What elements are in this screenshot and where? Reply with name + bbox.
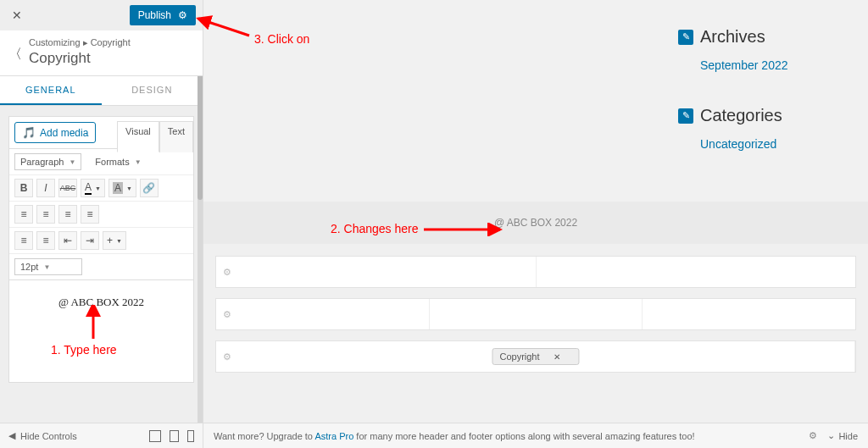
add-media-button[interactable]: 🎵 Add media <box>14 122 96 143</box>
wysiwyg-editor: 🎵 Add media Visual Text Paragraph▼ Forma… <box>8 116 194 383</box>
toolbar-row-3: ≡ ≡ ⇤ ⇥ +▼ <box>9 228 193 254</box>
align-right-button[interactable]: ≡ <box>58 205 77 224</box>
link-button[interactable]: 🔗 <box>140 179 159 197</box>
footer-copyright-preview: @ ABC BOX 2022 <box>203 202 868 244</box>
footer-row-middle[interactable]: ⚙ <box>215 298 856 330</box>
collapse-icon: ◀ <box>8 430 15 441</box>
align-justify-button[interactable]: ≡ <box>81 205 99 224</box>
indent-button[interactable]: ⇥ <box>81 231 99 250</box>
tab-general[interactable]: GENERAL <box>0 76 102 105</box>
footer-row-bottom[interactable]: ⚙ Copyright ✕ <box>215 340 856 373</box>
publish-label: Publish <box>138 9 171 21</box>
panel-title: Copyright <box>29 50 194 67</box>
preview-pane: ✎ Archives September 2022 ✎ Categories U… <box>203 0 868 448</box>
chevron-down-icon: ⌄ <box>827 430 835 441</box>
close-icon[interactable]: ✕ <box>7 5 27 25</box>
customizer-sidebar: ✕ Publish ⚙ 〈 Customizing ▸ Copyright Co… <box>0 0 203 448</box>
editor-content-area[interactable]: @ ABC BOX 2022 <box>9 280 193 382</box>
bg-color-button[interactable]: A▼ <box>108 179 136 197</box>
strikethrough-button[interactable]: ABC <box>58 179 77 197</box>
footer-builder: ⚙ ⚙ ⚙ Copyright ✕ <box>203 244 868 381</box>
more-tools-button[interactable]: +▼ <box>103 231 126 250</box>
back-chevron-icon[interactable]: 〈 <box>5 42 25 67</box>
editor-tab-text[interactable]: Text <box>159 121 193 152</box>
font-size-select[interactable]: 12pt▼ <box>14 258 82 275</box>
upgrade-message: Want more? Upgrade to Astra Pro for many… <box>214 431 695 441</box>
editor-text: @ ABC BOX 2022 <box>18 296 185 309</box>
archives-widget-title: ✎ Archives <box>678 27 848 47</box>
desktop-preview-icon[interactable] <box>149 430 161 442</box>
tab-design[interactable]: DESIGN <box>102 76 203 105</box>
archives-link[interactable]: September 2022 <box>700 58 848 72</box>
chevron-down-icon: ▼ <box>43 263 50 271</box>
builder-settings-icon[interactable]: ⚙ <box>809 430 817 441</box>
copyright-module-chip[interactable]: Copyright ✕ <box>492 348 579 365</box>
bold-button[interactable]: B <box>14 179 33 197</box>
breadcrumb: Customizing ▸ Copyright <box>29 37 194 48</box>
row-settings-icon[interactable]: ⚙ <box>223 351 231 362</box>
hide-builder-button[interactable]: ⌄ Hide <box>827 430 858 441</box>
toolbar-row-2: ≡ ≡ ≡ ≡ <box>9 202 193 228</box>
outdent-button[interactable]: ⇤ <box>58 231 77 250</box>
row-settings-icon[interactable]: ⚙ <box>223 309 231 320</box>
align-center-button[interactable]: ≡ <box>36 205 55 224</box>
paragraph-select[interactable]: Paragraph▼ <box>14 153 81 170</box>
chevron-down-icon: ▼ <box>69 158 75 166</box>
categories-link[interactable]: Uncategorized <box>700 137 848 151</box>
row-settings-icon[interactable]: ⚙ <box>223 267 231 278</box>
formats-select[interactable]: Formats▼ <box>90 153 146 170</box>
unordered-list-button[interactable]: ≡ <box>14 231 33 250</box>
chevron-down-icon: ▼ <box>135 158 142 166</box>
sidebar-header: 〈 Customizing ▸ Copyright Copyright <box>0 30 203 76</box>
italic-button[interactable]: I <box>36 179 55 197</box>
editor-tab-visual[interactable]: Visual <box>117 121 159 152</box>
categories-widget-title: ✎ Categories <box>678 106 848 125</box>
media-icon: 🎵 <box>22 126 36 139</box>
panel-body: 🎵 Add media Visual Text Paragraph▼ Forma… <box>0 106 203 448</box>
bottom-bar: ◀ Hide Controls Want more? Upgrade to As… <box>0 423 868 448</box>
remove-module-icon[interactable]: ✕ <box>554 352 560 362</box>
toolbar-row-1: B I ABC A▼ A▼ 🔗 <box>9 175 193 202</box>
ordered-list-button[interactable]: ≡ <box>36 231 55 250</box>
sidebar-widgets: ✎ Archives September 2022 ✎ Categories U… <box>678 27 848 151</box>
sidebar-topbar: ✕ Publish ⚙ <box>0 0 203 30</box>
panel-tabs: GENERAL DESIGN <box>0 76 203 106</box>
footer-row-top[interactable]: ⚙ <box>215 256 856 288</box>
astra-pro-link[interactable]: Astra Pro <box>314 431 353 441</box>
edit-shortcut-icon[interactable]: ✎ <box>678 108 693 124</box>
gear-icon[interactable]: ⚙ <box>178 9 187 21</box>
align-left-button[interactable]: ≡ <box>14 205 33 224</box>
text-color-button[interactable]: A▼ <box>81 179 105 197</box>
add-media-label: Add media <box>40 127 88 139</box>
edit-shortcut-icon[interactable]: ✎ <box>678 30 693 45</box>
tablet-preview-icon[interactable] <box>170 430 179 442</box>
hide-controls-button[interactable]: ◀ Hide Controls <box>8 430 77 441</box>
publish-button[interactable]: Publish ⚙ <box>130 5 196 25</box>
mobile-preview-icon[interactable] <box>187 430 194 442</box>
